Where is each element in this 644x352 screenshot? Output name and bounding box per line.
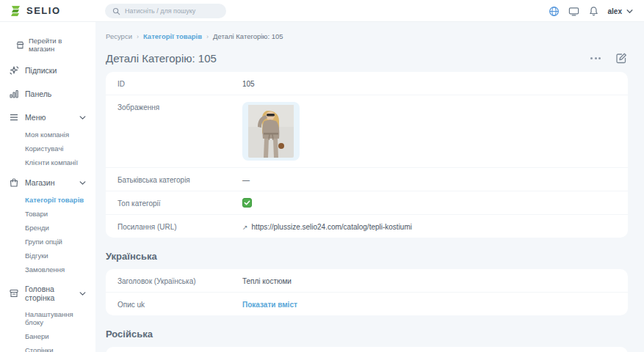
global-search[interactable] <box>105 4 226 18</box>
detail-row-title-uk: Заголовок (Українська) Теплі костюми <box>106 269 628 293</box>
sidebar-item-label: Магазин <box>25 178 73 187</box>
details-card: ID 105 Зображення <box>106 72 628 238</box>
breadcrumb-separator: › <box>206 33 209 40</box>
selio-logo-icon <box>10 5 22 17</box>
sidebar-item-products[interactable]: Товари <box>0 207 95 221</box>
sidebar-item-orders[interactable]: Замовлення <box>0 263 95 276</box>
detail-row-top-category: Топ категорії <box>106 191 628 215</box>
sidebar-item-home-page[interactable]: Головна сторінка <box>0 279 95 307</box>
detail-row-parent-category: Батьківська категорія — <box>106 168 628 191</box>
top-category-checkbox[interactable] <box>242 198 252 208</box>
sidebar-item-pages[interactable]: Сторінки <box>0 343 95 352</box>
sidebar-item-label: Панель <box>25 89 88 98</box>
sidebar-item-label: Перейти в магазин <box>29 37 88 53</box>
sidebar-item-reviews[interactable]: Відгуки <box>0 249 95 263</box>
breadcrumb-resources[interactable]: Ресурси <box>106 32 132 40</box>
sidebar-item-company-clients[interactable]: Клієнти компанії <box>0 155 95 169</box>
more-options-button[interactable] <box>587 54 604 62</box>
sidebar-nav: Перейти в магазин Підписки Панель Меню М… <box>0 22 95 352</box>
bar-chart-icon <box>9 89 19 99</box>
sidebar-item-block-settings[interactable]: Налаштування блоку <box>0 307 95 329</box>
field-value: 105 <box>242 78 255 88</box>
detail-row-url: Посилання (URL) ↗ https://plussize.selio… <box>106 215 628 238</box>
field-label: ID <box>117 78 242 88</box>
show-content-link[interactable]: Показати вміст <box>242 299 297 309</box>
sidebar-item-label: Головна сторінка <box>25 285 73 302</box>
section-title-russian: Російська <box>106 329 628 340</box>
sidebar-item-label: Меню <box>25 113 73 122</box>
search-icon <box>112 7 120 15</box>
field-label: Батьківська категорія <box>117 175 242 184</box>
field-label: Зображення <box>117 102 242 161</box>
user-menu[interactable]: alex <box>608 7 634 15</box>
sparkles-icon <box>9 65 19 76</box>
sidebar-item-my-company[interactable]: Моя компанія <box>0 128 95 142</box>
sidebar-item-label: Підписки <box>25 66 88 75</box>
bell-icon[interactable] <box>588 6 599 17</box>
monitor-icon[interactable] <box>568 6 579 17</box>
sidebar-item-subscriptions[interactable]: Підписки <box>0 60 95 81</box>
detail-row-image: Зображення <box>106 95 628 168</box>
app-logo[interactable]: SELIO <box>10 5 61 17</box>
sidebar-item-banners[interactable]: Банери <box>0 329 95 343</box>
user-name: alex <box>608 7 622 15</box>
url-text: https://plussize.selio24.com/catalog/tep… <box>252 223 412 231</box>
external-link-icon: ↗ <box>242 224 248 231</box>
breadcrumb-categories-link[interactable]: Категорії товарів <box>143 32 202 40</box>
chevron-down-icon <box>79 114 87 122</box>
russian-card: Заголовок (Російська) Тёплые костюмы Опи… <box>106 347 628 352</box>
ukrainian-card: Заголовок (Українська) Теплі костюми Опи… <box>106 269 628 315</box>
logo-text: SELIO <box>26 5 61 16</box>
field-label: Опис uk <box>117 299 242 309</box>
archive-icon <box>9 288 19 298</box>
sidebar-item-store[interactable]: Магазин <box>0 172 95 193</box>
top-header: SELIO alex <box>0 0 644 22</box>
breadcrumb-separator: › <box>137 33 139 40</box>
page-title: Деталі Категорію: 105 <box>106 52 587 65</box>
category-url-link[interactable]: ↗ https://plussize.selio24.com/catalog/t… <box>242 221 412 231</box>
sidebar-item-option-groups[interactable]: Групи опцій <box>0 235 95 249</box>
breadcrumb: Ресурси › Категорії товарів › Деталі Кат… <box>106 32 628 40</box>
sidebar-item-dashboard[interactable]: Панель <box>0 84 95 104</box>
breadcrumb-current: Деталі Категорію: 105 <box>213 32 283 40</box>
category-photo <box>248 105 294 158</box>
detail-row-id: ID 105 <box>106 72 628 95</box>
globe-icon[interactable] <box>549 6 560 17</box>
field-value: — <box>242 175 250 184</box>
field-label: Заголовок (Українська) <box>117 276 242 285</box>
storefront-icon <box>16 41 24 49</box>
sidebar-item-brands[interactable]: Бренди <box>0 221 95 235</box>
field-value: Теплі костюми <box>242 276 292 285</box>
chevron-down-icon <box>79 179 87 187</box>
field-label: Топ категорії <box>117 198 242 208</box>
field-label: Посилання (URL) <box>117 221 242 231</box>
sidebar-item-users[interactable]: Користувачі <box>0 142 95 155</box>
check-icon <box>244 199 250 206</box>
edit-icon[interactable] <box>615 52 628 65</box>
detail-row-title-ru: Заголовок (Російська) Тёплые костюмы <box>106 347 628 352</box>
section-title-ukrainian: Українська <box>106 251 628 262</box>
menu-icon <box>9 112 19 122</box>
chevron-down-icon <box>626 7 634 15</box>
sidebar-item-go-to-store[interactable]: Перейти в магазин <box>0 32 95 57</box>
main-content: Ресурси › Категорії товарів › Деталі Кат… <box>95 22 644 352</box>
shopping-bag-icon <box>9 177 19 188</box>
search-input[interactable] <box>125 7 213 15</box>
sidebar-item-menu[interactable]: Меню <box>0 107 95 128</box>
chevron-down-icon <box>79 290 87 298</box>
sidebar-item-product-categories[interactable]: Категорії товарів <box>0 193 95 207</box>
category-image-thumbnail[interactable] <box>242 102 300 161</box>
detail-row-description-uk: Опис uk Показати вміст <box>106 293 628 315</box>
